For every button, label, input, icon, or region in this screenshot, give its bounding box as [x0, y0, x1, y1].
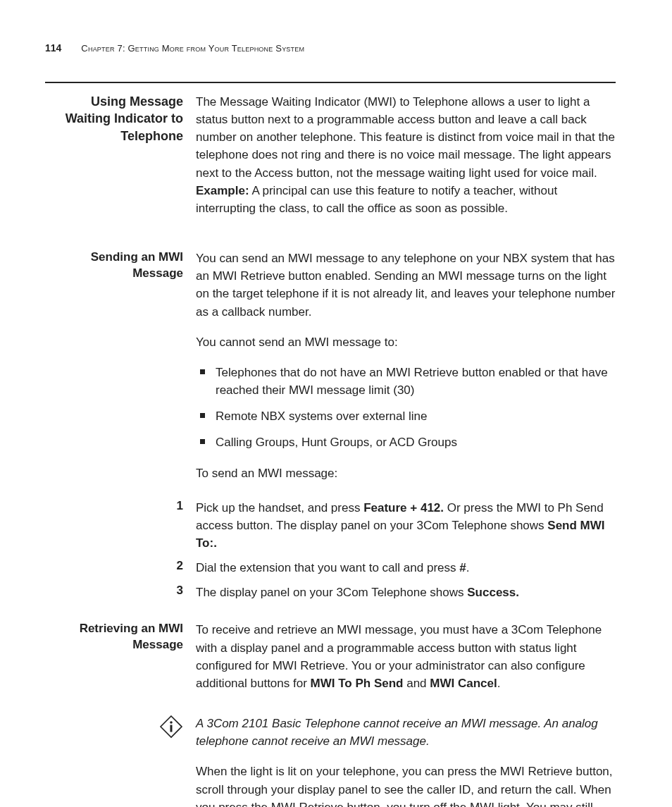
step-number: 1	[45, 499, 196, 552]
info-note: A 3Com 2101 Basic Telephone cannot recei…	[45, 715, 616, 750]
step-number: 3	[45, 584, 196, 601]
text-span: A principal can use this feature to noti…	[196, 184, 557, 215]
step-row: 2 Dial the extension that you want to ca…	[45, 559, 616, 577]
body-text: To send an MWI message:	[196, 464, 616, 482]
page-number: 114	[45, 42, 61, 54]
section-heading: Retrieving an MWI Message	[45, 621, 183, 653]
text-span: .	[497, 677, 501, 690]
list-item: Remote NBX systems over external line	[196, 407, 616, 425]
chapter-title: Chapter 7: Getting More from Your Teleph…	[81, 43, 304, 54]
example-label: Example:	[196, 184, 249, 197]
numbered-steps: 1 Pick up the handset, and press Feature…	[45, 499, 616, 602]
body-text: You cannot send an MWI message to:	[196, 333, 616, 351]
section-heading: Using Message Waiting Indicator to Telep…	[45, 93, 183, 144]
svg-rect-2	[170, 725, 173, 732]
divider	[45, 82, 616, 83]
body-text: To receive and retrieve an MWI message, …	[196, 621, 616, 692]
step-row: 3 The display panel on your 3Com Telepho…	[45, 584, 616, 601]
bold-text: MWI To Ph Send	[311, 677, 404, 690]
bold-text: #	[459, 561, 466, 574]
note-text: A 3Com 2101 Basic Telephone cannot recei…	[196, 715, 616, 750]
body-text: You can send an MWI message to any telep…	[196, 250, 616, 321]
text-span: .	[466, 561, 470, 574]
page: 114 Chapter 7: Getting More from Your Te…	[0, 0, 672, 807]
bold-text: Success.	[467, 586, 519, 599]
section-using-mwi: Using Message Waiting Indicator to Telep…	[45, 93, 616, 230]
section-sending-mwi: Sending an MWI Message You can send an M…	[45, 250, 616, 491]
step-row: 1 Pick up the handset, and press Feature…	[45, 499, 616, 552]
bullet-list: Telephones that do not have an MWI Retri…	[196, 364, 616, 452]
body-text: When the light is lit on your telephone,…	[196, 763, 616, 807]
bold-text: Feature + 412.	[363, 501, 444, 515]
svg-point-1	[170, 721, 173, 724]
list-item: Telephones that do not have an MWI Retri…	[196, 364, 616, 399]
info-icon	[159, 715, 183, 739]
section-retrieving-continued: When the light is lit on your telephone,…	[45, 763, 616, 807]
text-span: and	[403, 677, 430, 690]
section-retrieving-mwi: Retrieving an MWI Message To receive and…	[45, 621, 616, 705]
text-span: The display panel on your 3Com Telephone…	[196, 586, 467, 599]
step-body: Dial the extension that you want to call…	[196, 559, 616, 577]
step-body: The display panel on your 3Com Telephone…	[196, 584, 616, 601]
page-header: 114 Chapter 7: Getting More from Your Te…	[45, 42, 616, 54]
step-number: 2	[45, 559, 196, 577]
list-item: Calling Groups, Hunt Groups, or ACD Grou…	[196, 433, 616, 451]
bold-text: MWI Cancel	[430, 677, 497, 690]
step-body: Pick up the handset, and press Feature +…	[196, 499, 616, 552]
body-text: The Message Waiting Indicator (MWI) to T…	[196, 93, 616, 217]
text-span: Dial the extension that you want to call…	[196, 561, 459, 574]
text-span: Pick up the handset, and press	[196, 501, 363, 515]
text-span: The Message Waiting Indicator (MWI) to T…	[196, 95, 615, 180]
section-heading: Sending an MWI Message	[45, 250, 183, 282]
